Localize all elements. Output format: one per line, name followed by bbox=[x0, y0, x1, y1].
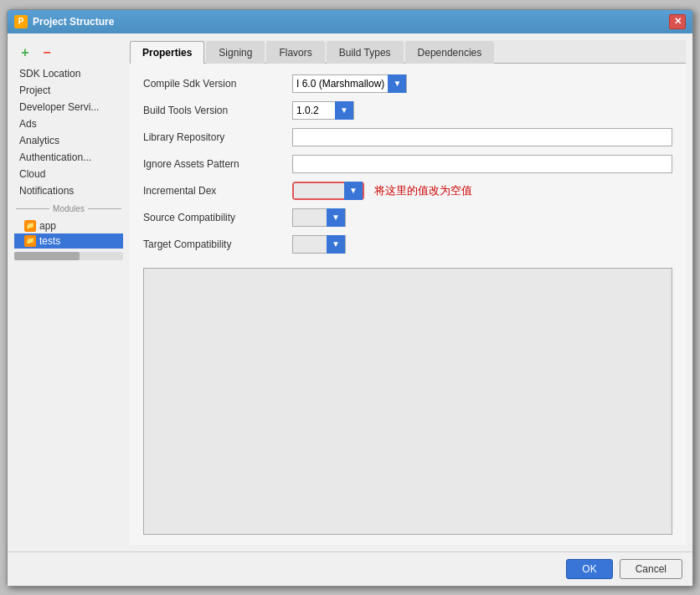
sidebar-module-tests-label: tests bbox=[39, 235, 60, 247]
sidebar-item-notifications[interactable]: Notifications bbox=[14, 182, 123, 199]
target-compatibility-row: Target Compatibility ▼ bbox=[143, 234, 672, 254]
compile-sdk-version-row: Compile Sdk Version I 6.0 (Marshmallow) … bbox=[143, 74, 672, 94]
sidebar-item-analytics[interactable]: Analytics bbox=[14, 132, 123, 149]
sidebar-item-developer-services[interactable]: Developer Servi... bbox=[14, 99, 123, 115]
sidebar-item-project[interactable]: Project bbox=[14, 82, 123, 99]
source-compatibility-row: Source Compatibility ▼ bbox=[143, 208, 672, 228]
sidebar-module-app-label: app bbox=[39, 220, 56, 232]
sidebar-module-tests[interactable]: 📁 tests bbox=[14, 233, 123, 249]
library-repository-row: Library Repository bbox=[143, 127, 672, 147]
tab-dependencies[interactable]: Dependencies bbox=[405, 41, 495, 64]
build-tools-version-value: 1.0.2 bbox=[293, 102, 335, 119]
compile-sdk-version-control: I 6.0 (Marshmallow) ▼ bbox=[292, 74, 672, 93]
incremental-dex-row: Incremental Dex ▼ 将这里的值改为空值 bbox=[143, 181, 672, 201]
sidebar: + − SDK Location Project Developer Servi… bbox=[14, 40, 123, 545]
tab-signing[interactable]: Signing bbox=[206, 41, 265, 64]
ignore-assets-pattern-row: Ignore Assets Pattern bbox=[143, 154, 672, 174]
incremental-dex-label: Incremental Dex bbox=[143, 185, 286, 197]
sidebar-scrollbar-thumb bbox=[14, 252, 80, 260]
tab-build-types[interactable]: Build Types bbox=[327, 41, 404, 64]
project-structure-window: P Project Structure ✕ + − SDK Location P… bbox=[7, 9, 693, 587]
cancel-button[interactable]: Cancel bbox=[620, 559, 682, 579]
build-tools-version-label: Build Tools Version bbox=[143, 105, 286, 116]
sidebar-toolbar: + − bbox=[14, 40, 123, 65]
sidebar-item-ads[interactable]: Ads bbox=[14, 115, 123, 132]
tab-flavors[interactable]: Flavors bbox=[266, 41, 324, 64]
target-compatibility-value bbox=[293, 236, 327, 253]
incremental-dex-combo[interactable]: ▼ bbox=[292, 182, 364, 200]
title-bar-left: P Project Structure bbox=[14, 15, 114, 28]
compile-sdk-version-label: Compile Sdk Version bbox=[143, 78, 286, 90]
incremental-dex-value bbox=[294, 183, 344, 198]
target-compatibility-arrow[interactable]: ▼ bbox=[327, 235, 345, 254]
build-tools-version-row: Build Tools Version 1.0.2 ▼ bbox=[143, 100, 672, 121]
window-icon: P bbox=[14, 15, 28, 28]
modules-divider: Modules bbox=[14, 203, 123, 215]
incremental-dex-arrow[interactable]: ▼ bbox=[344, 182, 363, 200]
bottom-bar: OK Cancel bbox=[8, 551, 692, 586]
tabs: Properties Signing Flavors Build Types D… bbox=[130, 40, 686, 64]
ignore-assets-pattern-control bbox=[292, 155, 672, 173]
compile-sdk-version-arrow[interactable]: ▼ bbox=[388, 74, 406, 93]
ignore-assets-pattern-label: Ignore Assets Pattern bbox=[143, 158, 286, 170]
main-content: Properties Signing Flavors Build Types D… bbox=[130, 40, 686, 545]
source-compatibility-label: Source Compatibility bbox=[143, 212, 286, 223]
tests-module-icon: 📁 bbox=[24, 235, 36, 247]
remove-module-button[interactable]: − bbox=[38, 44, 56, 62]
sidebar-scrollbar[interactable] bbox=[14, 252, 123, 260]
target-compatibility-label: Target Compatibility bbox=[143, 239, 286, 250]
sidebar-module-app[interactable]: 📁 app bbox=[14, 218, 123, 233]
sidebar-item-sdk-location[interactable]: SDK Location bbox=[14, 65, 123, 82]
sidebar-item-authentication[interactable]: Authentication... bbox=[14, 149, 123, 166]
build-tools-version-arrow[interactable]: ▼ bbox=[335, 101, 353, 120]
target-compatibility-combo[interactable]: ▼ bbox=[292, 235, 346, 254]
window-body: + − SDK Location Project Developer Servi… bbox=[8, 33, 692, 551]
build-tools-version-combo[interactable]: 1.0.2 ▼ bbox=[292, 101, 354, 120]
incremental-dex-control: ▼ 将这里的值改为空值 bbox=[292, 182, 672, 200]
source-compatibility-value bbox=[293, 209, 327, 226]
build-tools-version-control: 1.0.2 ▼ bbox=[292, 101, 672, 120]
tab-properties[interactable]: Properties bbox=[130, 41, 204, 64]
ignore-assets-pattern-input[interactable] bbox=[292, 155, 672, 173]
library-repository-control bbox=[292, 128, 672, 146]
compile-sdk-version-combo[interactable]: I 6.0 (Marshmallow) ▼ bbox=[292, 74, 407, 93]
large-empty-area bbox=[143, 268, 672, 535]
sidebar-items: SDK Location Project Developer Servi... … bbox=[14, 65, 123, 199]
ok-button[interactable]: OK bbox=[566, 559, 612, 579]
form-area: Compile Sdk Version I 6.0 (Marshmallow) … bbox=[130, 64, 686, 545]
close-button[interactable]: ✕ bbox=[669, 14, 686, 29]
library-repository-label: Library Repository bbox=[143, 131, 286, 143]
compile-sdk-version-value: I 6.0 (Marshmallow) bbox=[293, 75, 388, 92]
title-bar: P Project Structure ✕ bbox=[8, 10, 692, 33]
source-compatibility-arrow[interactable]: ▼ bbox=[327, 208, 345, 227]
incremental-dex-annotation: 将这里的值改为空值 bbox=[374, 183, 472, 198]
source-compatibility-control: ▼ bbox=[292, 208, 672, 227]
sidebar-item-cloud[interactable]: Cloud bbox=[14, 166, 123, 182]
app-module-icon: 📁 bbox=[24, 220, 36, 232]
add-module-button[interactable]: + bbox=[16, 44, 34, 62]
target-compatibility-control: ▼ bbox=[292, 235, 672, 254]
source-compatibility-combo[interactable]: ▼ bbox=[292, 208, 346, 227]
window-title: Project Structure bbox=[33, 16, 114, 28]
library-repository-input[interactable] bbox=[292, 128, 672, 146]
